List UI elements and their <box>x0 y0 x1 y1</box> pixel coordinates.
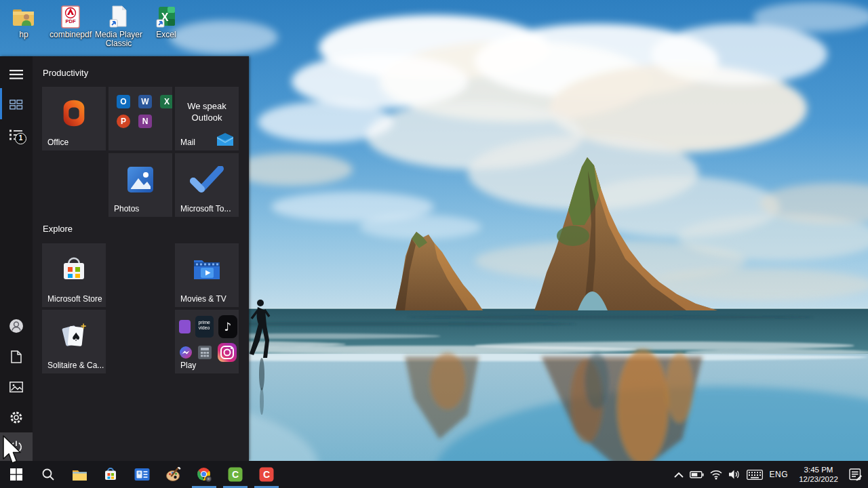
wifi-icon <box>710 469 722 480</box>
taskbar-search-button[interactable] <box>33 461 64 488</box>
blue-app-icon <box>134 468 150 481</box>
tile-office-apps-folder[interactable]: O W X P N <box>108 87 172 150</box>
prime-video-icon: primevideo <box>195 316 214 338</box>
taskbar-chrome[interactable] <box>189 461 220 488</box>
tile-microsoft-store[interactable]: Microsoft Store <box>42 243 106 307</box>
messenger-icon <box>179 346 193 359</box>
taskbar-clock[interactable]: 3:45 PM 12/23/2022 <box>794 465 843 484</box>
pdf-file-icon: PDF <box>45 4 96 28</box>
volume-icon <box>728 469 741 480</box>
start-menu-rail: 1 <box>0 56 33 461</box>
volume-indicator[interactable] <box>728 469 741 480</box>
battery-indicator[interactable] <box>690 469 704 480</box>
user-account-button[interactable] <box>0 312 33 340</box>
desktop-icon-excel[interactable]: X Excel <box>141 4 191 39</box>
desktop-screen: hp PDF combinepdf Media Player Classic <box>0 0 868 488</box>
document-icon <box>11 350 22 363</box>
user-avatar-icon <box>9 319 24 333</box>
start-button[interactable] <box>0 461 33 488</box>
taskbar-paint[interactable] <box>157 461 189 488</box>
store-bag-icon <box>103 467 118 482</box>
powerpoint-icon: P <box>117 115 130 128</box>
folder-icon <box>72 468 87 481</box>
recently-added-button[interactable]: 1 <box>0 121 33 148</box>
mail-tagline: We speak Outlook <box>180 100 234 123</box>
desktop-icon-label: combinepdf <box>45 30 96 39</box>
power-icon <box>9 440 23 453</box>
tile-play-folder[interactable]: primevideo ♪ <box>175 310 239 373</box>
streaming-app-icon <box>179 320 191 333</box>
language-indicator[interactable]: ENG <box>769 470 788 479</box>
tile-label: Solitaire & Ca... <box>47 361 104 370</box>
notification-icon <box>849 468 863 481</box>
pictures-icon <box>9 382 23 392</box>
touch-keyboard-button[interactable] <box>747 470 763 480</box>
svg-text:C: C <box>263 469 270 480</box>
store-bag-icon <box>42 243 106 296</box>
taskbar-blue-app[interactable] <box>126 461 157 488</box>
documents-button[interactable] <box>0 343 33 370</box>
solitaire-cards-icon: ♠ + <box>42 310 106 363</box>
pinned-tiles-button[interactable] <box>0 91 33 118</box>
windows-logo-icon <box>10 468 22 481</box>
tile-label: Play <box>180 361 196 370</box>
clock-date: 12/23/2022 <box>794 474 843 484</box>
paint-palette-icon <box>165 467 181 482</box>
grid-app-icon <box>197 345 212 360</box>
taskbar-green-c-app[interactable]: C <box>220 461 251 488</box>
office-logo-icon <box>42 87 106 140</box>
action-center-button[interactable] <box>849 468 863 481</box>
user-folder-icon <box>0 4 49 28</box>
red-c-icon: C <box>259 467 274 482</box>
mail-envelope-icon <box>216 133 234 146</box>
system-tray: ENG 3:45 PM 12/23/2022 <box>674 465 868 484</box>
taskbar-file-explorer[interactable] <box>64 461 95 488</box>
section-header-productivity: Productivity <box>43 68 88 78</box>
word-icon: W <box>138 95 152 108</box>
desktop-icon-label: Media Player Classic <box>94 30 144 48</box>
tile-solitaire[interactable]: ♠ + Solitaire & Ca... <box>42 310 106 373</box>
productivity-tile-grid: Office O W X P N We speak Outlook Mail <box>42 87 239 217</box>
excel-shortcut-icon: X <box>141 4 191 28</box>
desktop-icon-media-player-classic[interactable]: Media Player Classic <box>94 4 144 48</box>
tile-label: Microsoft Store <box>47 294 102 304</box>
pictures-button[interactable] <box>0 373 33 401</box>
desktop-icon-label: hp <box>0 30 49 39</box>
section-header-explore: Explore <box>43 224 73 234</box>
tile-microsoft-todo[interactable]: Microsoft To... <box>175 153 239 217</box>
taskbar: C C <box>0 461 868 488</box>
svg-text:+: + <box>81 321 86 331</box>
desktop-icon-combinepdf[interactable]: PDF combinepdf <box>45 4 96 39</box>
play-apps-row-2 <box>179 342 237 363</box>
instagram-icon <box>217 342 237 363</box>
tile-label: Office <box>47 138 68 147</box>
power-button[interactable] <box>0 432 33 461</box>
explore-tile-grid: Microsoft Store Mo <box>42 243 239 373</box>
tile-label: Mail <box>180 138 195 147</box>
hamburger-icon <box>9 70 23 79</box>
search-icon <box>41 468 55 481</box>
svg-text:PDF: PDF <box>66 18 76 24</box>
tile-label: Movies & TV <box>180 294 226 304</box>
office-apps-group-icon: O W X P N <box>117 95 172 128</box>
tile-movies-tv[interactable]: Movies & TV <box>175 243 239 307</box>
settings-button[interactable] <box>0 404 33 431</box>
tile-photos[interactable]: Photos <box>108 153 172 217</box>
taskbar-store[interactable] <box>95 461 126 488</box>
tiktok-icon: ♪ <box>218 315 237 338</box>
desktop-icon-hp[interactable]: hp <box>0 4 49 39</box>
green-c-icon: C <box>228 467 243 482</box>
taskbar-red-c-app[interactable]: C <box>251 461 282 488</box>
svg-text:C: C <box>232 469 239 480</box>
menu-button[interactable] <box>0 61 33 88</box>
start-menu-tiles-area: Productivity Office <box>33 56 249 461</box>
clock-time: 3:45 PM <box>794 465 843 474</box>
tile-office[interactable]: Office <box>42 87 106 150</box>
tile-label: Photos <box>114 204 139 214</box>
touch-keyboard-icon <box>747 470 763 480</box>
recently-added-badge: 1 <box>15 133 26 144</box>
start-menu: 1 <box>0 56 249 461</box>
show-hidden-icons-button[interactable] <box>674 472 684 478</box>
network-indicator[interactable] <box>710 469 722 480</box>
tile-mail[interactable]: We speak Outlook Mail <box>175 87 239 150</box>
